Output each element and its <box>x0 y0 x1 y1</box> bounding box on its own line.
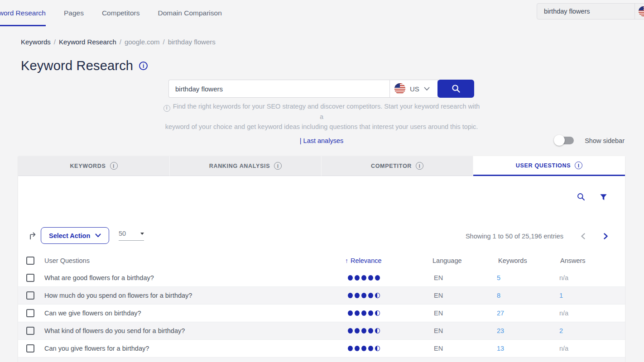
country-code: US <box>410 85 419 93</box>
page-size-value: 50 <box>119 230 126 237</box>
search-icon <box>451 84 461 94</box>
page-title-text: Keyword Research <box>21 58 133 73</box>
tab-competitor[interactable]: Competitor <box>322 156 473 176</box>
nav-item-domain-comparison[interactable]: Domain Comparison <box>158 0 221 26</box>
table-search-button[interactable] <box>577 192 586 201</box>
row-checkbox[interactable] <box>26 274 34 282</box>
relevance-dot <box>375 310 380 316</box>
country-select[interactable]: US <box>389 80 438 98</box>
header-answers: Answers <box>560 257 586 264</box>
breadcrumb-item-keywords[interactable]: Keywords <box>21 38 51 46</box>
nav-item-competitors[interactable]: Competitors <box>102 0 140 26</box>
relevance-dot <box>348 310 353 316</box>
nav-item-pages[interactable]: Pages <box>64 0 84 26</box>
action-row: Select Action 50 Showing 1 to 50 of 25,1… <box>18 226 625 246</box>
info-icon[interactable] <box>110 162 118 170</box>
prev-page-button[interactable] <box>580 233 586 239</box>
relevance-dot <box>348 328 353 333</box>
info-icon[interactable] <box>575 162 582 169</box>
relevance-dot <box>355 310 360 316</box>
table-row[interactable]: What kind of flowers do you send for a b… <box>18 322 625 340</box>
table-row[interactable]: How much do you spend on flowers for a b… <box>18 287 625 305</box>
nav-item-keyword-research[interactable]: Keyword Research <box>0 0 46 26</box>
row-checkbox[interactable] <box>26 309 34 317</box>
header-user-questions: User Questions <box>44 257 90 264</box>
top-navigation: Keyword Research Pages Competitors Domai… <box>0 0 644 26</box>
question-text: Can you give flowers for a birthday? <box>44 345 149 352</box>
relevance-dots <box>348 275 380 281</box>
answers-value[interactable]: 1 <box>559 292 563 299</box>
relevance-dot <box>361 293 366 298</box>
question-text: How much do you spend on flowers for a b… <box>44 292 192 299</box>
breadcrumb-separator: / <box>120 38 121 46</box>
row-checkbox[interactable] <box>26 327 34 335</box>
row-checkbox[interactable] <box>26 291 34 300</box>
table-row[interactable]: Can you give flowers for a birthday? EN … <box>18 340 625 357</box>
question-text: What kind of flowers do you send for a b… <box>44 327 185 334</box>
panel-tools <box>577 192 608 201</box>
relevance-dot <box>368 328 373 333</box>
relevance-dot <box>368 346 373 351</box>
relevance-dot <box>355 275 360 281</box>
select-action-button[interactable]: Select Action <box>41 227 109 244</box>
relevance-dot <box>375 328 380 333</box>
export-button[interactable] <box>28 231 38 241</box>
us-flag-icon <box>394 83 405 94</box>
keyword-search-form: US <box>168 80 474 98</box>
top-search-input[interactable] <box>537 8 629 15</box>
keyword-input[interactable] <box>169 80 389 97</box>
info-icon[interactable] <box>139 62 148 70</box>
tab-user-questions[interactable]: User Questions <box>473 156 625 176</box>
select-action-label: Select Action <box>49 232 90 239</box>
breadcrumb-item-google-com[interactable]: google.com <box>125 38 160 46</box>
relevance-dot <box>368 275 373 281</box>
show-sidebar-toggle[interactable] <box>555 137 574 144</box>
relevance-dot <box>368 310 373 316</box>
relevance-dot <box>375 293 380 298</box>
info-icon[interactable] <box>416 162 423 170</box>
relevance-dot <box>375 275 380 281</box>
breadcrumb-item-birthday-flowers[interactable]: birthday flowers <box>168 38 216 46</box>
answers-value: n/a <box>559 345 568 352</box>
row-checkbox[interactable] <box>26 344 34 352</box>
select-all-checkbox[interactable] <box>26 257 34 265</box>
us-flag-icon[interactable] <box>639 6 644 16</box>
relevance-dot <box>361 346 366 351</box>
keywords-link[interactable]: 13 <box>497 345 504 352</box>
last-analyses-link[interactable]: | Last analyses <box>163 136 480 146</box>
info-icon[interactable] <box>274 162 282 170</box>
answers-value[interactable]: 2 <box>559 327 563 334</box>
breadcrumb: Keywords/Keyword Research/google.com/bir… <box>21 38 216 46</box>
table-row[interactable]: Can we give flowers on birthday? EN 27 n… <box>18 305 625 322</box>
breadcrumb-separator: / <box>54 38 56 46</box>
keywords-link[interactable]: 5 <box>497 274 500 281</box>
search-button[interactable] <box>437 80 474 98</box>
keywords-link[interactable]: 27 <box>497 310 504 317</box>
caret-down-icon <box>140 233 144 235</box>
tab-ranking-analysis[interactable]: Ranking Analysis <box>170 156 322 176</box>
relevance-dot <box>361 275 366 281</box>
sidebar-toggle-row: Show sidebar <box>555 137 625 144</box>
page-size-select[interactable]: 50 <box>119 230 144 241</box>
filter-button[interactable] <box>599 193 608 201</box>
intro-line2: keyword of your choice and get keyword i… <box>165 123 478 130</box>
relevance-dot <box>348 346 353 351</box>
relevance-dot <box>348 275 353 281</box>
relevance-dots <box>348 346 380 351</box>
tab-keywords[interactable]: Keywords <box>18 156 170 176</box>
header-relevance[interactable]: Relevance <box>345 257 382 264</box>
keywords-link[interactable]: 23 <box>497 327 504 334</box>
table-body: What are good flowers for a birthday? EN… <box>18 269 625 362</box>
info-icon <box>163 105 170 112</box>
chevron-right-icon <box>603 233 609 239</box>
header-keywords: Keywords <box>498 257 527 264</box>
language-value: EN <box>434 327 443 334</box>
breadcrumb-item-keyword-research[interactable]: Keyword Research <box>59 38 116 46</box>
next-page-button[interactable] <box>603 233 609 239</box>
relevance-dot <box>355 346 360 351</box>
table-row[interactable]: What are good flowers for a birthday? EN… <box>18 269 625 287</box>
relevance-dots <box>348 328 380 333</box>
top-search[interactable] <box>537 3 644 19</box>
keywords-link[interactable]: 8 <box>497 292 500 299</box>
answers-value: n/a <box>559 274 568 281</box>
